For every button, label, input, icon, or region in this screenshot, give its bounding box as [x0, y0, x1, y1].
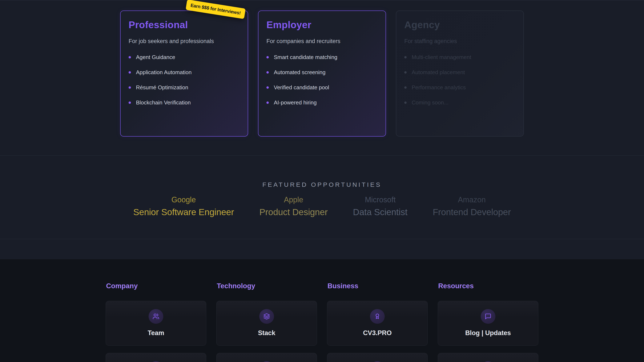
plan-feature: Multi-client management	[404, 50, 516, 65]
footer-card-team[interactable]: Team	[106, 301, 206, 346]
plan-feature-list: Agent Guidance Application Automation Ré…	[128, 50, 240, 110]
chat-icon	[481, 309, 496, 324]
plan-feature-label: Blockchain Verification	[136, 99, 191, 106]
job-item-amazon[interactable]: Amazon Frontend Developer	[433, 195, 511, 217]
plan-feature-label: Automated placement	[412, 69, 465, 76]
job-company: Google	[133, 195, 234, 204]
layers-icon	[259, 309, 274, 324]
footer-col-heading: Technology	[217, 282, 317, 290]
plan-subtitle: For staffing agencies	[404, 37, 516, 45]
bullet-icon	[266, 101, 269, 104]
plan-card-employer[interactable]: Employer For companies and recruiters Sm…	[258, 10, 386, 137]
icon-circle	[259, 361, 274, 362]
plan-feature-list: Smart candidate matching Automated scree…	[266, 50, 378, 110]
plan-feature: AI-powered hiring	[266, 95, 378, 110]
footer-col-heading: Resources	[438, 282, 538, 290]
featured-heading: FEATURED OPPORTUNITIES	[0, 181, 644, 188]
plan-feature-label: Automated screening	[274, 69, 326, 76]
plan-feature-label: Coming soon...	[412, 99, 448, 106]
plan-feature: Application Automation	[128, 65, 240, 80]
job-role: Frontend Developer	[433, 207, 511, 217]
plan-feature-label: AI-powered hiring	[274, 99, 317, 106]
icon-circle	[481, 361, 496, 362]
plan-subtitle: For companies and recruiters	[266, 37, 378, 45]
plan-feature-label: Application Automation	[136, 69, 192, 76]
plan-feature-label: Résumé Optimization	[136, 84, 188, 91]
plan-feature-label: Multi-client management	[412, 54, 471, 60]
icon-circle	[370, 361, 385, 362]
plan-feature-label: Agent Guidance	[136, 54, 175, 60]
footer-card-partial[interactable]	[216, 353, 317, 362]
bullet-icon	[404, 101, 406, 104]
footer-columns: Company Team Technology Stack	[0, 282, 644, 362]
footer-col-technology: Technology Stack	[216, 282, 317, 362]
plans-row: Professional For job seekers and profess…	[0, 0, 644, 137]
footer-card-blog[interactable]: Blog | Updates	[438, 301, 538, 346]
award-icon	[370, 309, 385, 324]
footer-col-heading: Business	[328, 282, 428, 290]
footer-card-label: Stack	[258, 329, 276, 337]
plans-section: Earn $$$ for Interviews! Professional Fo…	[0, 0, 644, 156]
footer-card-label: Blog | Updates	[465, 329, 511, 337]
bullet-icon	[128, 86, 131, 89]
footer-col-heading: Company	[106, 282, 206, 290]
footer-col-resources: Resources Blog | Updates	[438, 282, 538, 362]
footer-card-partial[interactable]	[106, 353, 206, 362]
footer-card-cv3pro[interactable]: CV3.PRO	[327, 301, 428, 346]
users-icon	[148, 309, 163, 324]
plan-title: Professional	[128, 19, 240, 31]
bullet-icon	[266, 71, 269, 74]
plan-card-agency: Agency For staffing agencies Multi-clien…	[396, 10, 524, 137]
plan-feature-label: Performance analytics	[412, 84, 466, 91]
job-company: Apple	[260, 195, 328, 204]
footer-col-business: Business CV3.PRO	[327, 282, 428, 362]
job-role: Senior Software Engineer	[133, 207, 234, 217]
job-item-microsoft[interactable]: Microsoft Data Scientist	[353, 195, 408, 217]
job-role: Data Scientist	[353, 207, 408, 217]
bullet-icon	[128, 56, 131, 58]
bullet-icon	[128, 71, 131, 74]
footer-col-company: Company Team	[106, 282, 206, 362]
bullet-icon	[266, 86, 269, 89]
jobs-carousel: Google Senior Software Engineer Apple Pr…	[0, 195, 644, 217]
job-item-google[interactable]: Google Senior Software Engineer	[133, 195, 234, 217]
job-item-apple[interactable]: Apple Product Designer	[260, 195, 328, 217]
footer-card-partial[interactable]	[438, 353, 538, 362]
plan-feature-label: Verified candidate pool	[274, 84, 329, 91]
plan-card-professional[interactable]: Professional For job seekers and profess…	[120, 10, 248, 137]
footer-card-label: Team	[148, 329, 164, 337]
plan-feature-list: Multi-client management Automated placem…	[404, 50, 516, 110]
spacer-strip	[0, 239, 644, 259]
job-company: Amazon	[433, 195, 511, 204]
bullet-icon	[128, 101, 131, 104]
plan-feature: Performance analytics	[404, 80, 516, 95]
bullet-icon	[266, 56, 269, 58]
footer-card-label: CV3.PRO	[363, 329, 392, 337]
icon-circle	[148, 361, 163, 362]
plan-feature: Automated placement	[404, 65, 516, 80]
plan-feature: Coming soon...	[404, 95, 516, 110]
footer-card-stack[interactable]: Stack	[216, 301, 317, 346]
plan-subtitle: For job seekers and professionals	[128, 37, 240, 45]
plan-title: Employer	[266, 19, 378, 31]
plan-feature: Automated screening	[266, 65, 378, 80]
footer-card-partial[interactable]	[327, 353, 428, 362]
job-role: Product Designer	[260, 207, 328, 217]
plan-feature: Résumé Optimization	[128, 80, 240, 95]
job-company: Microsoft	[353, 195, 408, 204]
plan-feature: Smart candidate matching	[266, 50, 378, 65]
plan-feature: Blockchain Verification	[128, 95, 240, 110]
bullet-icon	[404, 56, 406, 58]
plan-title: Agency	[404, 19, 516, 31]
plan-feature-label: Smart candidate matching	[274, 54, 337, 60]
bullet-icon	[404, 86, 406, 89]
footer: Company Team Technology Stack	[0, 259, 644, 362]
plan-feature: Agent Guidance	[128, 50, 240, 65]
plan-feature: Verified candidate pool	[266, 80, 378, 95]
bullet-icon	[404, 71, 406, 74]
featured-opportunities-section: FEATURED OPPORTUNITIES Google Senior Sof…	[0, 156, 644, 239]
